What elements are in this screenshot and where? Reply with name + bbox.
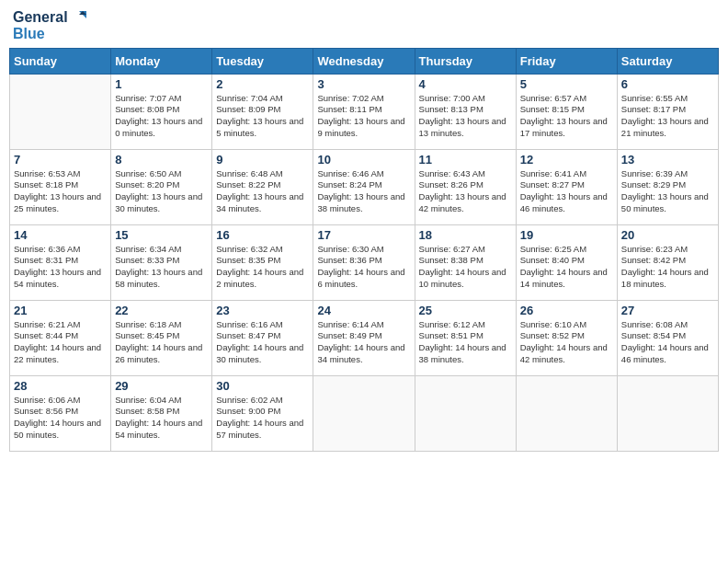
logo-general: General bbox=[13, 9, 68, 26]
day-info: Sunrise: 6:25 AMSunset: 8:40 PMDaylight:… bbox=[520, 244, 613, 291]
calendar-table: SundayMondayTuesdayWednesdayThursdayFrid… bbox=[9, 48, 719, 452]
day-number: 15 bbox=[115, 228, 208, 242]
calendar-day-cell: 30Sunrise: 6:02 AMSunset: 9:00 PMDayligh… bbox=[212, 375, 313, 451]
day-info: Sunrise: 7:00 AMSunset: 8:13 PMDaylight:… bbox=[419, 93, 512, 140]
logo-bird-icon bbox=[70, 9, 86, 26]
calendar-day-cell bbox=[516, 375, 617, 451]
weekday-header: Tuesday bbox=[212, 48, 313, 74]
calendar-header-row: SundayMondayTuesdayWednesdayThursdayFrid… bbox=[10, 48, 719, 74]
calendar-day-cell: 23Sunrise: 6:16 AMSunset: 8:47 PMDayligh… bbox=[212, 300, 313, 375]
calendar-week-row: 14Sunrise: 6:36 AMSunset: 8:31 PMDayligh… bbox=[10, 224, 719, 300]
calendar-day-cell bbox=[415, 375, 516, 451]
day-number: 6 bbox=[621, 77, 714, 91]
calendar-week-row: 1Sunrise: 7:07 AMSunset: 8:08 PMDaylight… bbox=[10, 74, 719, 149]
page-header: General Blue bbox=[9, 9, 719, 42]
day-info: Sunrise: 6:55 AMSunset: 8:17 PMDaylight:… bbox=[621, 93, 714, 140]
calendar-day-cell: 24Sunrise: 6:14 AMSunset: 8:49 PMDayligh… bbox=[313, 300, 415, 375]
day-info: Sunrise: 6:41 AMSunset: 8:27 PMDaylight:… bbox=[520, 168, 613, 215]
day-info: Sunrise: 7:02 AMSunset: 8:11 PMDaylight:… bbox=[317, 93, 410, 140]
logo: General Blue bbox=[13, 9, 86, 42]
day-info: Sunrise: 6:23 AMSunset: 8:42 PMDaylight:… bbox=[621, 244, 714, 291]
calendar-day-cell: 25Sunrise: 6:12 AMSunset: 8:51 PMDayligh… bbox=[415, 300, 516, 375]
calendar-day-cell: 9Sunrise: 6:48 AMSunset: 8:22 PMDaylight… bbox=[212, 149, 313, 224]
calendar-day-cell bbox=[617, 375, 718, 451]
day-info: Sunrise: 6:14 AMSunset: 8:49 PMDaylight:… bbox=[317, 319, 410, 366]
calendar-day-cell: 12Sunrise: 6:41 AMSunset: 8:27 PMDayligh… bbox=[516, 149, 617, 224]
day-info: Sunrise: 6:18 AMSunset: 8:45 PMDaylight:… bbox=[115, 319, 208, 366]
calendar-day-cell: 26Sunrise: 6:10 AMSunset: 8:52 PMDayligh… bbox=[516, 300, 617, 375]
day-number: 2 bbox=[216, 77, 309, 91]
day-number: 27 bbox=[621, 304, 714, 317]
weekday-header: Saturday bbox=[617, 48, 718, 74]
day-info: Sunrise: 6:46 AMSunset: 8:24 PMDaylight:… bbox=[317, 168, 410, 215]
weekday-header: Monday bbox=[111, 48, 212, 74]
day-number: 5 bbox=[520, 77, 613, 91]
calendar-day-cell: 19Sunrise: 6:25 AMSunset: 8:40 PMDayligh… bbox=[516, 224, 617, 300]
day-info: Sunrise: 6:02 AMSunset: 9:00 PMDaylight:… bbox=[216, 395, 309, 442]
day-number: 9 bbox=[216, 153, 309, 167]
calendar-day-cell: 14Sunrise: 6:36 AMSunset: 8:31 PMDayligh… bbox=[10, 224, 111, 300]
weekday-header: Thursday bbox=[415, 48, 516, 74]
calendar-day-cell: 16Sunrise: 6:32 AMSunset: 8:35 PMDayligh… bbox=[212, 224, 313, 300]
day-number: 28 bbox=[14, 379, 107, 393]
calendar-day-cell: 27Sunrise: 6:08 AMSunset: 8:54 PMDayligh… bbox=[617, 300, 718, 375]
day-number: 13 bbox=[621, 153, 714, 167]
calendar-day-cell: 5Sunrise: 6:57 AMSunset: 8:15 PMDaylight… bbox=[516, 74, 617, 149]
day-number: 16 bbox=[216, 228, 309, 242]
calendar-day-cell: 11Sunrise: 6:43 AMSunset: 8:26 PMDayligh… bbox=[415, 149, 516, 224]
day-number: 10 bbox=[317, 153, 410, 167]
day-number: 19 bbox=[520, 228, 613, 242]
day-info: Sunrise: 6:57 AMSunset: 8:15 PMDaylight:… bbox=[520, 93, 613, 140]
calendar-day-cell: 8Sunrise: 6:50 AMSunset: 8:20 PMDaylight… bbox=[111, 149, 212, 224]
day-number: 12 bbox=[520, 153, 613, 167]
day-info: Sunrise: 6:08 AMSunset: 8:54 PMDaylight:… bbox=[621, 319, 714, 366]
day-info: Sunrise: 6:50 AMSunset: 8:20 PMDaylight:… bbox=[115, 168, 208, 215]
weekday-header: Friday bbox=[516, 48, 617, 74]
calendar-day-cell: 15Sunrise: 6:34 AMSunset: 8:33 PMDayligh… bbox=[111, 224, 212, 300]
calendar-day-cell: 2Sunrise: 7:04 AMSunset: 8:09 PMDaylight… bbox=[212, 74, 313, 149]
calendar-day-cell: 22Sunrise: 6:18 AMSunset: 8:45 PMDayligh… bbox=[111, 300, 212, 375]
calendar-day-cell: 7Sunrise: 6:53 AMSunset: 8:18 PMDaylight… bbox=[10, 149, 111, 224]
day-info: Sunrise: 6:36 AMSunset: 8:31 PMDaylight:… bbox=[14, 244, 107, 291]
logo-svg: General Blue bbox=[13, 9, 86, 42]
day-number: 7 bbox=[14, 153, 107, 167]
calendar-day-cell: 3Sunrise: 7:02 AMSunset: 8:11 PMDaylight… bbox=[313, 74, 415, 149]
day-number: 8 bbox=[115, 153, 208, 167]
day-info: Sunrise: 6:53 AMSunset: 8:18 PMDaylight:… bbox=[14, 168, 107, 215]
weekday-header: Sunday bbox=[10, 48, 111, 74]
day-info: Sunrise: 6:21 AMSunset: 8:44 PMDaylight:… bbox=[14, 319, 107, 366]
calendar-day-cell: 10Sunrise: 6:46 AMSunset: 8:24 PMDayligh… bbox=[313, 149, 415, 224]
day-info: Sunrise: 6:12 AMSunset: 8:51 PMDaylight:… bbox=[419, 319, 512, 366]
day-number: 3 bbox=[317, 77, 410, 91]
day-number: 22 bbox=[115, 304, 208, 317]
day-info: Sunrise: 7:04 AMSunset: 8:09 PMDaylight:… bbox=[216, 93, 309, 140]
calendar-day-cell: 6Sunrise: 6:55 AMSunset: 8:17 PMDaylight… bbox=[617, 74, 718, 149]
day-number: 4 bbox=[419, 77, 512, 91]
calendar-day-cell: 29Sunrise: 6:04 AMSunset: 8:58 PMDayligh… bbox=[111, 375, 212, 451]
day-info: Sunrise: 6:39 AMSunset: 8:29 PMDaylight:… bbox=[621, 168, 714, 215]
day-number: 17 bbox=[317, 228, 410, 242]
day-info: Sunrise: 6:04 AMSunset: 8:58 PMDaylight:… bbox=[115, 395, 208, 442]
calendar-day-cell: 1Sunrise: 7:07 AMSunset: 8:08 PMDaylight… bbox=[111, 74, 212, 149]
calendar-day-cell: 18Sunrise: 6:27 AMSunset: 8:38 PMDayligh… bbox=[415, 224, 516, 300]
day-info: Sunrise: 6:43 AMSunset: 8:26 PMDaylight:… bbox=[419, 168, 512, 215]
calendar-week-row: 7Sunrise: 6:53 AMSunset: 8:18 PMDaylight… bbox=[10, 149, 719, 224]
calendar-week-row: 28Sunrise: 6:06 AMSunset: 8:56 PMDayligh… bbox=[10, 375, 719, 451]
day-info: Sunrise: 6:10 AMSunset: 8:52 PMDaylight:… bbox=[520, 319, 613, 366]
day-number: 30 bbox=[216, 379, 309, 393]
day-number: 25 bbox=[419, 304, 512, 317]
day-info: Sunrise: 6:34 AMSunset: 8:33 PMDaylight:… bbox=[115, 244, 208, 291]
day-number: 20 bbox=[621, 228, 714, 242]
day-number: 26 bbox=[520, 304, 613, 317]
day-info: Sunrise: 6:30 AMSunset: 8:36 PMDaylight:… bbox=[317, 244, 410, 291]
logo-blue: Blue bbox=[13, 26, 45, 42]
calendar-day-cell: 17Sunrise: 6:30 AMSunset: 8:36 PMDayligh… bbox=[313, 224, 415, 300]
day-info: Sunrise: 6:16 AMSunset: 8:47 PMDaylight:… bbox=[216, 319, 309, 366]
day-number: 24 bbox=[317, 304, 410, 317]
day-info: Sunrise: 7:07 AMSunset: 8:08 PMDaylight:… bbox=[115, 93, 208, 140]
day-info: Sunrise: 6:48 AMSunset: 8:22 PMDaylight:… bbox=[216, 168, 309, 215]
day-info: Sunrise: 6:32 AMSunset: 8:35 PMDaylight:… bbox=[216, 244, 309, 291]
day-number: 1 bbox=[115, 77, 208, 91]
calendar-week-row: 21Sunrise: 6:21 AMSunset: 8:44 PMDayligh… bbox=[10, 300, 719, 375]
calendar-day-cell: 4Sunrise: 7:00 AMSunset: 8:13 PMDaylight… bbox=[415, 74, 516, 149]
